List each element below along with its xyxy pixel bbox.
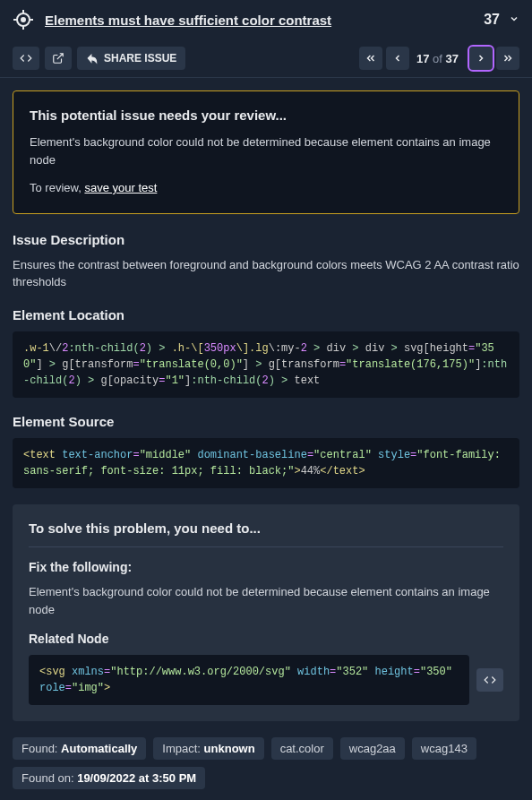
chevron-double-left-icon — [365, 52, 377, 65]
element-location-code: .w-1\/2:nth-child(2) > .h-\[350px\].lg\:… — [13, 331, 519, 398]
highlight-button[interactable] — [13, 47, 39, 70]
review-cta: To review, save your test — [30, 179, 502, 197]
tag-impact: Impact: unknown — [153, 737, 263, 760]
chevron-double-right-icon — [502, 52, 514, 65]
element-source-heading: Element Source — [13, 414, 519, 429]
svg-point-1 — [21, 18, 25, 22]
open-external-button[interactable] — [45, 47, 72, 70]
solve-title: To solve this problem, you need to... — [29, 520, 503, 547]
issue-content: This potential issue needs your review..… — [0, 78, 532, 800]
pagination-counter: 17 of 37 — [416, 52, 459, 65]
review-title: This potential issue needs your review..… — [30, 108, 502, 123]
chevron-right-icon — [476, 53, 486, 64]
share-icon — [86, 52, 99, 65]
review-body: Element's background color could not be … — [30, 133, 502, 168]
fix-heading: Fix the following: — [29, 560, 503, 574]
save-test-link[interactable]: save your test — [84, 181, 157, 194]
tag-wcag143: wcag143 — [412, 737, 476, 760]
code-icon — [484, 674, 496, 686]
element-source-code: <text text-anchor="middle" dominant-base… — [13, 438, 519, 488]
fix-body: Element's background color could not be … — [29, 583, 503, 619]
last-issue-button[interactable] — [496, 47, 519, 70]
issue-title[interactable]: Elements must have sufficient color cont… — [45, 13, 484, 28]
tag-found: Found: Automatically — [13, 737, 146, 760]
issue-description-text: Ensures the contrast between foreground … — [13, 256, 519, 291]
target-icon — [13, 9, 34, 30]
tag-found-on: Found on: 19/09/2022 at 3:50 PM — [13, 767, 205, 789]
tag-cat-color: cat.color — [271, 737, 333, 760]
issue-description-heading: Issue Description — [13, 232, 519, 247]
element-location-heading: Element Location — [13, 307, 519, 323]
related-node-code: <svg xmlns="http://www.w3.org/2000/svg" … — [29, 655, 469, 705]
related-node-heading: Related Node — [29, 632, 503, 646]
highlight-related-button[interactable] — [476, 668, 503, 692]
next-issue-button[interactable] — [469, 47, 493, 70]
chevron-left-icon — [392, 53, 403, 64]
chevron-down-icon[interactable] — [509, 13, 519, 27]
review-panel: This potential issue needs your review..… — [13, 90, 519, 214]
share-label: SHARE ISSUE — [104, 52, 176, 65]
tag-wcag2aa: wcag2aa — [340, 737, 405, 760]
solve-panel: To solve this problem, you need to... Fi… — [13, 504, 519, 721]
issue-count: 37 — [484, 12, 500, 28]
prev-issue-button[interactable] — [386, 47, 409, 70]
tags-row: Found: Automatically Impact: unknown cat… — [13, 737, 519, 789]
first-issue-button[interactable] — [359, 47, 382, 70]
code-icon — [20, 52, 32, 65]
share-issue-button[interactable]: SHARE ISSUE — [77, 47, 185, 70]
issue-header: Elements must have sufficient color cont… — [0, 0, 532, 39]
issue-toolbar: SHARE ISSUE 17 of 37 — [0, 39, 532, 78]
external-link-icon — [52, 52, 64, 65]
